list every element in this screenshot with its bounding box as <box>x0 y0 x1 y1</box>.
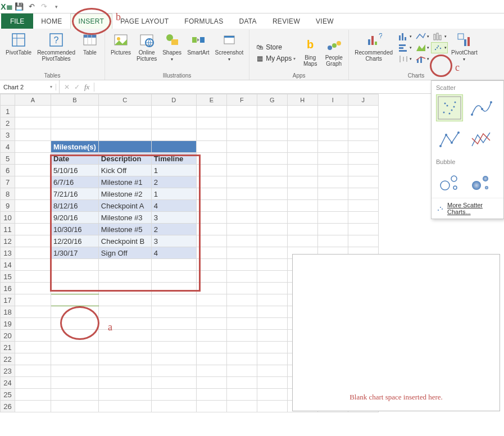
row-header[interactable]: 17 <box>1 294 15 306</box>
bubble-option[interactable] <box>436 169 463 196</box>
cell[interactable] <box>98 342 151 353</box>
bing-maps-button[interactable]: b Bing Maps <box>299 35 321 68</box>
cell[interactable] <box>317 129 348 141</box>
cell[interactable] <box>226 259 257 271</box>
cell[interactable]: 1/30/17 <box>51 247 99 259</box>
cell[interactable] <box>226 224 257 235</box>
cell[interactable] <box>287 212 317 224</box>
column-header[interactable]: D <box>151 94 196 106</box>
cell[interactable] <box>151 342 196 353</box>
row-header[interactable]: 23 <box>1 365 15 377</box>
cell[interactable] <box>98 129 151 141</box>
row-header[interactable]: 21 <box>1 342 15 353</box>
cell[interactable] <box>98 389 151 401</box>
cell[interactable] <box>151 318 196 330</box>
cell[interactable] <box>151 117 196 129</box>
cell[interactable] <box>51 129 99 141</box>
cell[interactable] <box>151 377 196 389</box>
cell[interactable] <box>51 353 99 365</box>
cell[interactable] <box>226 365 257 377</box>
screenshot-button[interactable]: Screenshot▾ <box>213 30 246 63</box>
cell[interactable] <box>196 188 226 200</box>
cell[interactable] <box>196 330 226 342</box>
column-header[interactable]: I <box>317 94 348 106</box>
cell[interactable] <box>196 259 226 271</box>
cell[interactable] <box>196 365 226 377</box>
row-header[interactable]: 8 <box>1 188 15 200</box>
row-header[interactable]: 2 <box>1 117 15 129</box>
cell[interactable] <box>257 200 287 212</box>
cell[interactable]: Milestone #2 <box>98 188 151 200</box>
cell[interactable] <box>287 188 317 200</box>
cell[interactable]: Milestone #3 <box>98 212 151 224</box>
row-header[interactable]: 15 <box>1 271 15 283</box>
cell[interactable] <box>226 165 257 176</box>
cell[interactable] <box>257 247 287 259</box>
cell[interactable]: 3 <box>151 235 196 247</box>
column-header[interactable]: F <box>226 94 257 106</box>
cell[interactable] <box>98 259 151 271</box>
winloss-chart-menu[interactable]: ▾ <box>431 31 448 42</box>
cell[interactable] <box>15 377 51 389</box>
cell[interactable] <box>196 165 226 176</box>
cell[interactable] <box>196 342 226 353</box>
cell[interactable] <box>257 306 287 318</box>
scatter-lines-markers-option[interactable] <box>436 126 463 153</box>
cell[interactable] <box>226 188 257 200</box>
row-header[interactable]: 6 <box>1 165 15 176</box>
cell[interactable] <box>151 271 196 283</box>
cell[interactable] <box>98 294 151 306</box>
cell[interactable] <box>287 235 317 247</box>
cell[interactable] <box>98 283 151 294</box>
scatter-only-option[interactable] <box>436 94 463 121</box>
tab-home[interactable]: HOME <box>33 13 70 29</box>
cell[interactable] <box>257 129 287 141</box>
row-header[interactable]: 19 <box>1 318 15 330</box>
cell[interactable] <box>257 342 287 353</box>
store-button[interactable]: 🛍 Store <box>253 42 298 53</box>
cell[interactable] <box>226 247 257 259</box>
online-pictures-button[interactable]: Online Pictures <box>134 30 159 63</box>
cell[interactable] <box>287 129 317 141</box>
cell[interactable] <box>196 106 226 117</box>
cell[interactable] <box>151 353 196 365</box>
cell[interactable] <box>287 153 317 165</box>
cell[interactable] <box>151 106 196 117</box>
cell[interactable] <box>317 176 348 188</box>
cell[interactable] <box>98 365 151 377</box>
cell[interactable] <box>51 306 99 318</box>
row-header[interactable]: 16 <box>1 283 15 294</box>
cell[interactable] <box>196 212 226 224</box>
cell[interactable] <box>15 235 51 247</box>
cell[interactable] <box>226 330 257 342</box>
row-header[interactable]: 14 <box>1 259 15 271</box>
cell[interactable] <box>51 117 99 129</box>
cell[interactable] <box>226 200 257 212</box>
cell[interactable] <box>98 318 151 330</box>
cell[interactable] <box>15 247 51 259</box>
cell[interactable] <box>15 106 51 117</box>
cell[interactable] <box>15 401 51 412</box>
cell[interactable] <box>287 141 317 153</box>
pivotchart-button[interactable]: PivotChart▾ <box>449 30 480 63</box>
cell[interactable] <box>151 306 196 318</box>
cell[interactable] <box>226 283 257 294</box>
row-header[interactable]: 1 <box>1 106 15 117</box>
cell[interactable]: 8/12/16 <box>51 200 99 212</box>
cell[interactable] <box>151 330 196 342</box>
people-graph-button[interactable]: People Graph <box>323 35 345 68</box>
cell[interactable] <box>196 306 226 318</box>
cell[interactable] <box>51 401 99 412</box>
stock-chart-menu[interactable]: ▾ <box>396 53 413 65</box>
row-header[interactable]: 13 <box>1 247 15 259</box>
cell[interactable] <box>51 106 99 117</box>
cell[interactable] <box>98 401 151 412</box>
cell[interactable] <box>257 294 287 306</box>
cell[interactable]: 2 <box>151 224 196 235</box>
cell[interactable] <box>226 235 257 247</box>
cell[interactable] <box>196 401 226 412</box>
cell[interactable] <box>151 389 196 401</box>
cell[interactable] <box>15 259 51 271</box>
cell[interactable] <box>196 353 226 365</box>
cell[interactable]: 5/10/16 <box>51 165 99 176</box>
